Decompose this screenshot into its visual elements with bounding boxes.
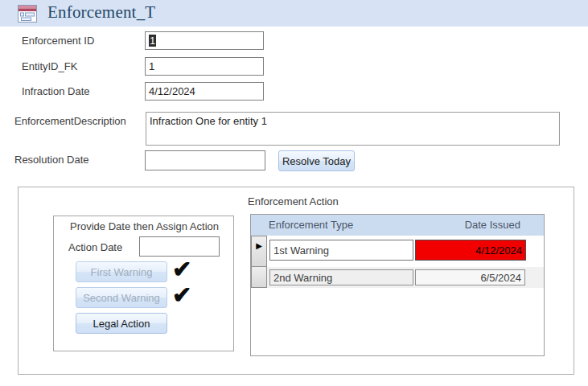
page-title: Enforcement_T [47, 2, 155, 23]
enforcement-action-subform: Enforcement Type Date Issued ▶ 1st Warni… [250, 214, 545, 356]
label-entityid-fk: EntityID_FK [22, 60, 77, 72]
label-resolution-date: Resolution Date [14, 154, 89, 166]
enforcement-id-field[interactable]: 1 [145, 31, 264, 50]
second-warning-button[interactable]: Second Warning [76, 287, 167, 308]
record-selector-row-2[interactable] [251, 266, 267, 288]
second-warning-check-icon: ✔ [172, 284, 191, 307]
label-enforcement-id: Enforcement ID [22, 35, 94, 47]
table-cell-type-row-2[interactable]: 2nd Warning [269, 269, 413, 285]
resolve-today-button[interactable]: Resolve Today [278, 150, 355, 171]
record-selector-row-1[interactable]: ▶ [251, 236, 267, 267]
assign-action-panel: Provide Date then Assign Action Action D… [53, 216, 234, 351]
legal-action-button[interactable]: Legal Action [76, 313, 167, 334]
label-action-date: Action Date [68, 241, 122, 253]
label-infraction-date: Infraction Date [22, 85, 90, 97]
action-date-field[interactable] [139, 236, 220, 257]
selected-value: 1 [149, 35, 156, 47]
table-cell-date-row-1[interactable]: 4/12/2024 [415, 240, 526, 261]
current-record-arrow-icon: ▶ [256, 242, 262, 266]
label-enforcement-description: EnforcementDescription [14, 115, 126, 127]
enforcement-description-field[interactable]: Infraction One for entity 1 [146, 112, 560, 146]
column-header-enforcement-type: Enforcement Type [269, 219, 353, 231]
resolution-date-field[interactable] [145, 150, 265, 170]
first-warning-button[interactable]: First Warning [76, 261, 167, 282]
first-warning-check-icon: ✔ [172, 258, 191, 281]
table-cell-date-row-2[interactable]: 6/5/2024 [415, 269, 525, 285]
column-header-date-issued: Date Issued [465, 219, 520, 231]
panel-title: Provide Date then Assign Action [54, 220, 235, 232]
form-icon [18, 4, 37, 23]
access-form-window: Enforcement_T Enforcement ID 1 EntityID_… [0, 0, 588, 386]
subform-header-row: Enforcement Type Date Issued [251, 215, 544, 236]
entityid-fk-field[interactable]: 1 [145, 57, 264, 76]
table-cell-type-row-1[interactable]: 1st Warning [269, 240, 413, 261]
subform-title: Enforcement Action [248, 195, 339, 207]
infraction-date-field[interactable]: 4/12/2024 [145, 82, 264, 101]
